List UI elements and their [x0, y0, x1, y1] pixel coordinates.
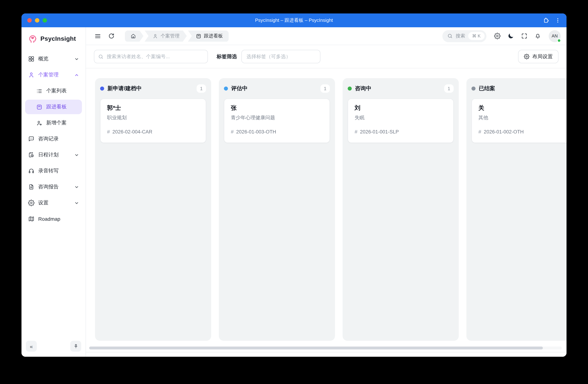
sidebar-item-consult-records[interactable]: 咨询记录: [25, 132, 82, 146]
case-code: # 2026-01-003-OTH: [231, 129, 323, 134]
horizontal-scrollbar[interactable]: [89, 346, 562, 349]
case-topic: 职业规划: [107, 115, 199, 121]
column-header: 评估中 1: [224, 83, 330, 94]
sidebar-item-case-management[interactable]: 个案管理: [25, 68, 82, 82]
sidebar-item-label: 设置: [38, 200, 71, 206]
person-icon: [28, 72, 35, 78]
breadcrumb: 个案管理 跟进看板: [125, 30, 229, 42]
column-header: 已结案: [471, 83, 567, 94]
screenshot-stage: PsycInsight – 跟进看板 – PsycInsight: [0, 0, 588, 384]
case-name: 张: [231, 104, 323, 112]
scrollbar-thumb[interactable]: [89, 346, 543, 349]
extensions-puzzle-icon[interactable]: [543, 17, 549, 24]
sidebar-nav: 概览 个案管理 个案列表: [21, 49, 85, 339]
search-icon: [447, 33, 453, 39]
file-text-icon: [28, 184, 35, 190]
kanban-column-assessing: 评估中 1 张 青少年心理健康问题 # 2026-01-003-OTH: [219, 78, 335, 341]
status-dot: [348, 86, 352, 90]
kanban-icon: [36, 104, 42, 110]
column-title: 咨询中: [355, 85, 441, 92]
dark-mode-toggle[interactable]: [505, 31, 516, 41]
sidebar-item-label: 咨询报告: [38, 184, 71, 190]
column-title: 已结案: [479, 85, 567, 92]
tag-filter-label: 标签筛选: [217, 53, 237, 60]
sidebar-item-new-case[interactable]: 新增个案: [25, 116, 82, 130]
person-plus-icon: [36, 120, 42, 126]
kanban-column-consulting: 咨询中 1 刘 失眠 # 2026-01-001-SLP: [343, 78, 459, 341]
minimize-window-button[interactable]: [35, 18, 39, 22]
gear-icon: [28, 200, 35, 206]
column-title: 新申请/建档中: [107, 85, 193, 92]
hash-icon: #: [107, 129, 110, 134]
column-header: 咨询中 1: [348, 83, 454, 94]
breadcrumb-kanban-board[interactable]: 跟进看板: [188, 30, 229, 42]
refresh-icon: [108, 33, 115, 39]
bell-icon: [534, 33, 541, 39]
fullscreen-icon: [521, 33, 527, 39]
fullscreen-button[interactable]: [519, 31, 530, 41]
collapse-sidebar-button[interactable]: «: [26, 341, 37, 352]
sidebar-item-case-list[interactable]: 个案列表: [25, 84, 82, 98]
sidebar-item-label: 咨询记录: [38, 136, 79, 142]
breadcrumb-home[interactable]: [125, 30, 144, 42]
chevron-down-icon: [74, 185, 79, 189]
home-icon: [130, 33, 136, 39]
settings-button[interactable]: [492, 31, 503, 41]
list-icon: [36, 88, 42, 94]
filter-bar: 标签筛选 布局设置: [86, 45, 567, 68]
person-icon: [152, 33, 158, 39]
case-card[interactable]: 关 其他 # 2026-01-002-OTH: [471, 98, 567, 143]
hash-icon: #: [231, 129, 234, 134]
sidebar-item-audio-transcribe[interactable]: 录音转写: [25, 164, 82, 178]
sidebar-item-overview[interactable]: 概览: [25, 52, 82, 66]
headphones-icon: [28, 168, 35, 174]
window-title: PsycInsight – 跟进看板 – PsycInsight: [21, 17, 567, 24]
kanban-board: 新申请/建档中 1 郭*士 职业规划 # 2026-02-004-CAR: [86, 68, 567, 352]
breadcrumb-label: 跟进看板: [204, 33, 223, 39]
case-card[interactable]: 刘 失眠 # 2026-01-001-SLP: [348, 98, 454, 143]
breadcrumb-case-management[interactable]: 个案管理: [145, 30, 187, 42]
online-status-dot: [557, 38, 561, 42]
sidebar-item-consult-reports[interactable]: 咨询报告: [25, 180, 82, 194]
breadcrumb-label: 个案管理: [161, 33, 180, 39]
case-code: # 2026-01-002-OTH: [478, 129, 567, 134]
global-search[interactable]: 搜索 ⌘ K: [442, 30, 486, 42]
case-topic: 青少年心理健康问题: [231, 115, 323, 121]
tag-select-input[interactable]: [241, 50, 320, 63]
brand: PsycInsight: [21, 27, 85, 49]
hash-icon: #: [355, 129, 357, 134]
search-icon: [98, 54, 104, 59]
browser-menu-kebab-icon[interactable]: [555, 18, 561, 23]
case-name: 郭*士: [107, 104, 199, 112]
sidebar-item-schedule[interactable]: 日程计划: [25, 148, 82, 162]
column-count-badge: 1: [320, 84, 330, 93]
sidebar-footer: «: [21, 339, 85, 357]
case-search-input[interactable]: [94, 50, 208, 63]
sidebar-item-label: 日程计划: [38, 152, 71, 158]
pin-sidebar-button[interactable]: [70, 341, 81, 352]
column-header: 新申请/建档中 1: [100, 83, 206, 94]
sidebar-item-settings[interactable]: 设置: [25, 196, 82, 210]
case-card[interactable]: 郭*士 职业规划 # 2026-02-004-CAR: [100, 98, 206, 143]
kanban-column-closed: 已结案 关 其他 # 2026-01-002-OTH: [466, 78, 567, 341]
case-code: # 2026-02-004-CAR: [107, 129, 199, 134]
head-heart-logo-icon: [27, 34, 37, 44]
refresh-button[interactable]: [106, 31, 117, 41]
status-dot: [100, 86, 104, 90]
sidebar-item-roadmap[interactable]: Roadmap: [25, 212, 82, 226]
zoom-window-button[interactable]: [42, 18, 47, 22]
column-title: 评估中: [231, 85, 317, 92]
case-code-text: 2026-01-002-OTH: [484, 129, 524, 134]
layout-settings-button[interactable]: 布局设置: [518, 50, 559, 63]
user-avatar[interactable]: AN: [549, 30, 561, 42]
close-window-button[interactable]: [27, 18, 32, 22]
case-topic: 失眠: [355, 115, 447, 121]
map-icon: [28, 216, 35, 222]
chevron-down-icon: [74, 201, 79, 205]
hamburger-menu-button[interactable]: [92, 31, 103, 41]
titlebar: PsycInsight – 跟进看板 – PsycInsight: [21, 14, 567, 27]
case-card[interactable]: 张 青少年心理健康问题 # 2026-01-003-OTH: [224, 98, 330, 143]
column-count-badge: 1: [197, 84, 206, 93]
sidebar-item-kanban-board[interactable]: 跟进看板: [25, 100, 82, 114]
notifications-button[interactable]: [532, 31, 543, 41]
